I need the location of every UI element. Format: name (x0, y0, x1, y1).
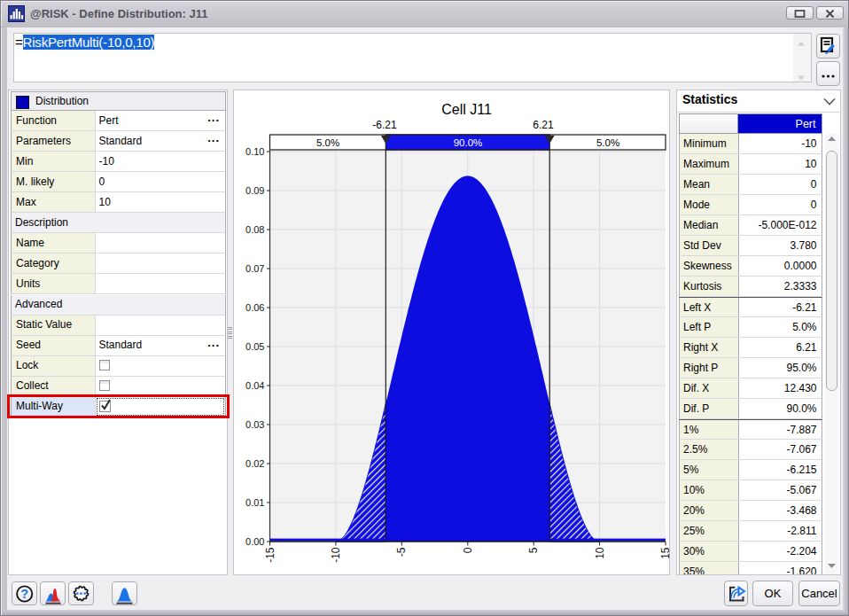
svg-text:5.0%: 5.0% (316, 137, 339, 148)
svg-text:0.10: 0.10 (245, 146, 264, 157)
svg-text:-15: -15 (264, 547, 277, 563)
svg-text:0.03: 0.03 (245, 419, 264, 430)
svg-text:15: 15 (659, 547, 670, 559)
svg-text:0.00: 0.00 (245, 536, 264, 547)
svg-text:0.06: 0.06 (245, 302, 264, 313)
svg-text:0.09: 0.09 (245, 185, 264, 196)
svg-text:90.0%: 90.0% (454, 137, 483, 148)
svg-text:-5: -5 (395, 547, 408, 557)
svg-text:10: 10 (594, 547, 606, 559)
svg-text:0.04: 0.04 (245, 380, 264, 391)
svg-text:5.0%: 5.0% (596, 137, 619, 148)
svg-text:-10: -10 (330, 547, 342, 563)
svg-text:0.02: 0.02 (245, 458, 264, 469)
svg-text:0.07: 0.07 (245, 263, 264, 274)
svg-text:6.21: 6.21 (533, 119, 554, 131)
svg-text:0: 0 (462, 547, 474, 553)
svg-text:0.08: 0.08 (245, 224, 264, 235)
svg-text:Cell J11: Cell J11 (441, 102, 492, 117)
svg-text:5: 5 (527, 547, 540, 553)
svg-text:0.01: 0.01 (245, 497, 264, 508)
svg-text:-6.21: -6.21 (372, 119, 397, 131)
svg-text:?: ? (20, 587, 28, 601)
svg-text:0.05: 0.05 (245, 341, 264, 352)
